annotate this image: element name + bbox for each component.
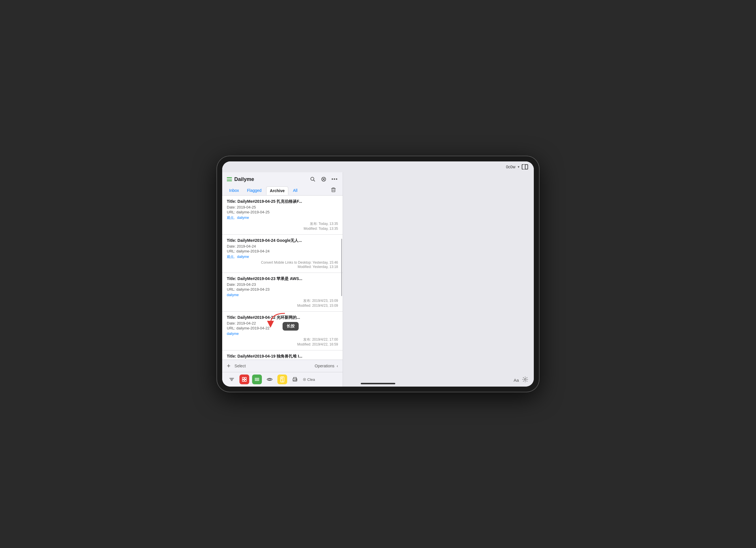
tag-dailyme[interactable]: dailyme (227, 293, 239, 297)
chevron-icon[interactable]: ‹ (337, 363, 338, 368)
email-date: Date: 2019-04-22 (227, 321, 338, 325)
email-url: URL: dailyme-2019-04-25 (227, 210, 338, 214)
header-icons: ••• (309, 176, 338, 183)
app-name: Dailyme (234, 176, 254, 182)
hamburger-icon[interactable] (227, 177, 232, 181)
email-date: Date: 2019-04-23 (227, 282, 338, 286)
publish-date: 发布: Today, 13:35 (227, 222, 338, 226)
top-bar: 0c0w ▾ (222, 162, 534, 172)
add-button[interactable]: + (227, 362, 231, 370)
font-size-button[interactable]: Aa (514, 378, 519, 382)
tab-archive[interactable]: Archive (266, 187, 288, 195)
svg-rect-11 (242, 377, 244, 379)
tag-dailyme[interactable]: dailyme (237, 255, 249, 259)
tab-all[interactable]: All (289, 187, 301, 195)
user-name: 0c0w (506, 165, 515, 169)
email-tags: 观点, dailyme (227, 254, 338, 260)
email-date: Date: 2019-04-25 (227, 205, 338, 210)
filter-icon[interactable] (227, 374, 237, 384)
email-date: Date: 2019-04-24 (227, 244, 338, 249)
main-content: Dailyme (222, 172, 534, 386)
clean-label: Clea (307, 377, 315, 382)
modified-date: Modified: Today, 13:35 (227, 227, 338, 231)
publish-date: 发布: 2019/4/22, 17:00 (227, 337, 338, 342)
list-item[interactable]: Title: DailyMe#2019-04-24 Google无人... Da… (222, 235, 343, 273)
clean-button[interactable]: ⊗ Clea (303, 377, 315, 382)
list-item[interactable]: Title: DailyMe#2019-04-25 扎克伯格谈F... Date… (222, 196, 343, 235)
email-dates: 发布: Today, 13:35 Modified: Today, 13:35 (227, 222, 338, 231)
tag-dailyme[interactable]: dailyme (227, 332, 239, 336)
grid-icon[interactable] (239, 374, 249, 384)
email-dates: Convert Mobile Links to Desktop: Yesterd… (227, 261, 338, 269)
bottom-actions: + Select Operations ‹ (222, 360, 343, 372)
modified-date: Modified: 2019/4/23, 15:09 (227, 303, 338, 307)
email-dates: 发布: 2019/4/23, 15:09 Modified: 2019/4/23… (227, 298, 338, 307)
svg-point-25 (296, 379, 297, 380)
book-icon[interactable] (277, 374, 287, 384)
email-title: Title: DailyMe#2019-04-25 扎克伯格谈F... (227, 199, 338, 204)
tag-dailyme[interactable]: dailyme (237, 216, 249, 220)
print-icon[interactable] (290, 374, 300, 384)
tab-trash[interactable] (328, 186, 339, 195)
eye-icon[interactable] (265, 374, 275, 384)
modified-date: Modified: 2019/4/22, 16:59 (227, 342, 338, 346)
bottom-left: + Select (227, 362, 246, 370)
svg-rect-13 (242, 380, 244, 381)
tab-inbox[interactable]: Inbox (226, 187, 242, 195)
sidebar: Dailyme (222, 172, 343, 386)
sidebar-header: Dailyme (222, 172, 343, 185)
svg-point-18 (269, 378, 270, 380)
email-list: Title: DailyMe#2019-04-25 扎克伯格谈F... Date… (222, 196, 343, 359)
list-item[interactable]: Title: DailyMe#2019-04-23 苹果是 AWS... Dat… (222, 273, 343, 311)
email-url: URL: dailyme-2019-04-22 (227, 326, 338, 330)
tab-flagged[interactable]: Flagged (243, 187, 265, 195)
app-title: Dailyme (227, 176, 254, 182)
settings-button[interactable] (522, 376, 528, 384)
tag-guandian[interactable]: 观点, (227, 255, 235, 259)
email-tags: dailyme (227, 292, 338, 297)
expand-icon[interactable] (522, 164, 528, 170)
svg-rect-14 (245, 380, 246, 381)
operations-button[interactable]: Operations (315, 363, 334, 368)
more-button[interactable]: ••• (331, 176, 338, 183)
email-title: Title: DailyMe#2019-04-19 独角兽扎堆 I... (227, 354, 338, 359)
search-button[interactable] (309, 176, 316, 183)
list-icon[interactable] (252, 374, 262, 384)
bottom-bar: + Select Operations ‹ (222, 359, 343, 386)
home-indicator (361, 383, 395, 384)
svg-point-26 (524, 378, 526, 380)
email-tags: dailyme (227, 331, 338, 336)
email-title: Title: DailyMe#2019-04-24 Google无人... (227, 238, 338, 243)
email-url: URL: dailyme-2019-04-24 (227, 249, 338, 253)
email-title: Title: DailyMe#2019-04-22 光环新网的... (227, 315, 338, 320)
list-item[interactable]: Title: DailyMe#2019-04-22 光环新网的... Date:… (222, 311, 343, 350)
tag-guandian[interactable]: 观点, (227, 216, 235, 220)
publish-date: 发布: 2019/4/23, 15:09 (227, 298, 338, 303)
email-title: Title: DailyMe#2019-04-23 苹果是 AWS... (227, 276, 338, 281)
close-button[interactable] (320, 176, 327, 183)
svg-rect-24 (294, 380, 296, 381)
list-item[interactable]: Title: DailyMe#2019-04-19 独角兽扎堆 I... Dat… (222, 350, 343, 359)
right-panel-bottom: Aa (514, 376, 528, 384)
publish-date: Convert Mobile Links to Desktop: Yesterd… (227, 261, 338, 265)
email-dates: 发布: 2019/4/22, 17:00 Modified: 2019/4/22… (227, 337, 338, 346)
email-tags: 观点, dailyme (227, 215, 338, 220)
right-panel: Aa (343, 172, 534, 386)
svg-rect-5 (332, 189, 335, 192)
scrollbar[interactable] (341, 239, 342, 296)
tabs: Inbox Flagged Archive All (222, 185, 343, 196)
chevron-down-icon[interactable]: ▾ (518, 165, 519, 169)
email-url: URL: dailyme-2019-04-23 (227, 287, 338, 291)
svg-rect-12 (245, 377, 246, 379)
svg-line-1 (314, 180, 315, 182)
top-bar-right: 0c0w ▾ (506, 164, 528, 170)
bottom-right: Operations ‹ (315, 363, 338, 368)
select-button[interactable]: Select (235, 363, 246, 368)
clean-x-icon: ⊗ (303, 377, 306, 382)
icon-toolbar: ⊗ Clea (222, 372, 343, 386)
modified-date: Modified: Yesterday, 13:18 (227, 265, 338, 269)
